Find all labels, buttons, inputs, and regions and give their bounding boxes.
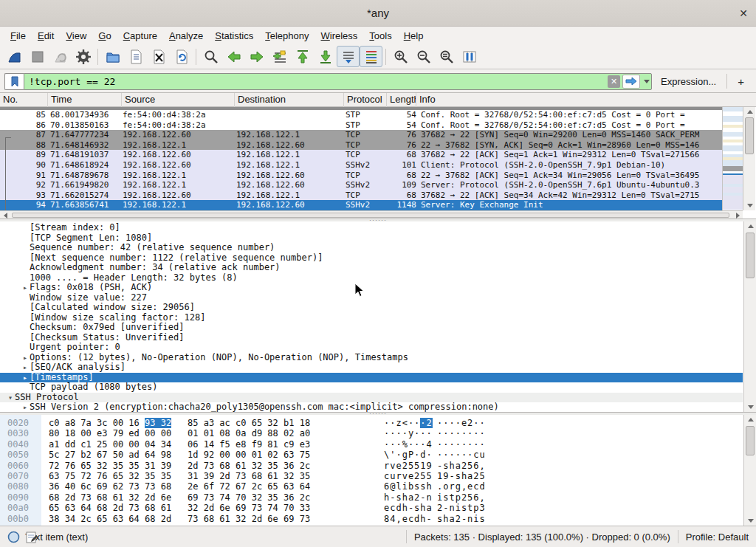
filter-clear-button[interactable]: ✕ (608, 75, 620, 88)
zoom-original-button[interactable] (435, 46, 458, 67)
close-file-button[interactable] (147, 46, 170, 67)
detail-row[interactable]: Urgent pointer: 0 (0, 343, 743, 353)
capture-comment-icon[interactable] (26, 531, 38, 543)
colorize-button[interactable] (360, 46, 382, 67)
hex-row[interactable]: 003080 18 00 e3 79 ed 00 0001 01 08 0a d… (0, 428, 743, 438)
menu-wireless[interactable]: Wireless (315, 29, 364, 43)
expander-closed-icon[interactable]: ▸ (21, 283, 30, 293)
hex-row[interactable]: 00b038 34 2c 65 63 64 68 2d73 68 61 32 2… (0, 514, 743, 524)
add-filter-button[interactable]: + (730, 75, 752, 88)
detail-row[interactable]: [Stream index: 0] (0, 223, 743, 233)
hex-row[interactable]: 00505c 27 b2 67 50 ad 64 981d 92 00 00 0… (0, 450, 743, 460)
packet-row[interactable]: 8670.013850163fe:54:00:d4:38:2aSTP54Conf… (0, 120, 722, 131)
scroll-up-button[interactable] (743, 107, 756, 117)
detail-row[interactable]: Window size value: 227 (0, 293, 743, 303)
packet-row[interactable]: 9371.662015274192.168.122.60192.168.122.… (0, 190, 722, 201)
hex-row[interactable]: 008036 40 6c 69 62 73 73 682e 6f 72 67 2… (0, 481, 743, 492)
packet-row[interactable]: 8871.648146932192.168.122.1192.168.122.6… (0, 140, 722, 151)
detail-row[interactable]: ▸Flags: 0x018 (PSH, ACK) (0, 283, 743, 293)
detail-row[interactable]: Sequence number: 42 (relative sequence n… (0, 243, 743, 253)
close-window-button[interactable]: ✕ (731, 0, 756, 27)
detail-row[interactable]: [Window size scaling factor: 128] (0, 313, 743, 323)
menu-edit[interactable]: Edit (32, 29, 60, 43)
packet-row[interactable]: 9271.661949820192.168.122.1192.168.122.6… (0, 180, 722, 190)
detail-row[interactable]: [Checksum Status: Unverified] (0, 333, 743, 343)
profile-selector[interactable]: Profile: Default (686, 531, 756, 543)
go-to-top-button[interactable] (291, 46, 314, 67)
bytes-vscrollbar[interactable] (743, 415, 756, 526)
column-header-source[interactable]: Source (122, 93, 235, 107)
column-header-destination[interactable]: Destination (235, 93, 344, 107)
save-file-button[interactable] (124, 46, 147, 67)
menu-view[interactable]: View (60, 29, 92, 43)
packet-row[interactable]: 8971.648191037192.168.122.60192.168.122.… (0, 150, 722, 160)
open-file-button[interactable] (101, 46, 124, 67)
column-header-time[interactable]: Time (48, 93, 122, 107)
column-header-protocol[interactable]: Protocol (344, 93, 387, 107)
detail-row[interactable]: [Next sequence number: 1122 (relative se… (0, 253, 743, 264)
auto-scroll-button[interactable] (337, 46, 360, 67)
detail-row[interactable]: TCP payload (1080 bytes) (0, 382, 743, 393)
menu-telephony[interactable]: Telephony (259, 29, 315, 43)
detail-row[interactable]: ▸Options: (12 bytes), No-Operation (NOP)… (0, 353, 743, 363)
detail-row[interactable]: [TCP Segment Len: 1080] (0, 233, 743, 244)
expander-open-icon[interactable]: ▾ (6, 393, 15, 403)
menu-capture[interactable]: Capture (117, 29, 163, 43)
detail-row[interactable]: ▾SSH Protocol (0, 393, 743, 403)
restart-capture-button[interactable] (49, 46, 72, 67)
scroll-up-button[interactable] (744, 221, 756, 231)
scroll-down-button[interactable] (744, 402, 756, 412)
expert-info-icon[interactable] (7, 531, 20, 543)
expander-closed-icon[interactable]: ▸ (21, 362, 30, 373)
stop-capture-button[interactable] (26, 46, 49, 67)
resize-columns-button[interactable] (458, 46, 481, 67)
expander-closed-icon[interactable]: ▸ (21, 373, 30, 383)
packet-row[interactable]: 9071.648618924192.168.122.60192.168.122.… (0, 160, 722, 171)
detail-row[interactable]: Checksum: 0x79ed [unverified] (0, 323, 743, 333)
column-header-no[interactable]: No. (0, 93, 48, 107)
hex-row[interactable]: 00a065 63 64 68 2d 73 68 6132 2d 6e 69 7… (0, 503, 743, 513)
packet-row[interactable]: 8568.001734936fe:54:00:d4:38:2aSTP54Conf… (0, 110, 722, 120)
detail-row[interactable]: 1000 .... = Header Length: 32 bytes (8) (0, 273, 743, 283)
menu-tools[interactable]: Tools (363, 29, 397, 43)
packet-row[interactable]: 8771.647777234192.168.122.60192.168.122.… (0, 130, 722, 140)
expander-closed-icon[interactable]: ▸ (21, 402, 30, 412)
hex-row[interactable]: 0040a1 dd c1 25 00 00 04 3406 14 f5 e8 f… (0, 439, 743, 450)
packet-row[interactable]: 9471.663856741192.168.122.1192.168.122.6… (0, 200, 722, 210)
hex-row[interactable]: 009068 2d 73 68 61 32 2d 6e69 73 74 70 3… (0, 492, 743, 503)
scrollbar-thumb[interactable] (746, 426, 755, 455)
menu-go[interactable]: Go (92, 29, 117, 43)
column-header-length[interactable]: Length (387, 93, 416, 107)
menu-analyze[interactable]: Analyze (163, 29, 209, 43)
reload-file-button[interactable] (170, 46, 193, 67)
detail-row[interactable]: ▸[SEQ/ACK analysis] (0, 362, 743, 373)
column-header-info[interactable]: Info (416, 93, 743, 107)
hex-row[interactable]: 007063 75 72 76 65 32 35 3531 39 2d 73 6… (0, 471, 743, 481)
zoom-in-button[interactable] (389, 46, 412, 67)
hex-row[interactable]: 006072 76 65 32 35 35 31 392d 73 68 61 3… (0, 461, 743, 471)
find-packet-button[interactable] (199, 46, 222, 67)
scrollbar-thumb[interactable] (746, 233, 755, 278)
scroll-down-button[interactable] (744, 516, 756, 526)
packet-row[interactable]: 9171.648789678192.168.122.1192.168.122.6… (0, 171, 722, 181)
detail-row[interactable]: Acknowledgment number: 34 (relative ack … (0, 263, 743, 273)
menu-help[interactable]: Help (398, 29, 430, 43)
zoom-out-button[interactable] (412, 46, 435, 67)
menu-statistics[interactable]: Statistics (209, 29, 259, 43)
go-to-bottom-button[interactable] (314, 46, 337, 67)
menu-file[interactable]: File (4, 29, 32, 43)
capture-options-button[interactable] (72, 46, 94, 67)
detail-row[interactable]: [Calculated window size: 29056] (0, 303, 743, 313)
filter-history-dropdown[interactable] (642, 75, 651, 89)
packet-list-vscrollbar[interactable] (743, 107, 755, 210)
expander-closed-icon[interactable]: ▸ (21, 353, 30, 363)
detail-vscrollbar[interactable] (743, 221, 756, 412)
display-filter-input[interactable] (24, 76, 608, 87)
scroll-down-button[interactable] (743, 201, 756, 210)
go-forward-button[interactable] (245, 46, 268, 67)
hex-row[interactable]: 0020c0 a8 7a 3c 00 16 93 3285 a3 ac c0 6… (0, 418, 743, 428)
scrollbar-thumb[interactable] (745, 117, 754, 154)
filter-apply-button[interactable] (622, 75, 640, 89)
expression-button[interactable]: Expression... (652, 76, 724, 87)
detail-row[interactable]: ▸[Timestamps] (0, 373, 743, 383)
